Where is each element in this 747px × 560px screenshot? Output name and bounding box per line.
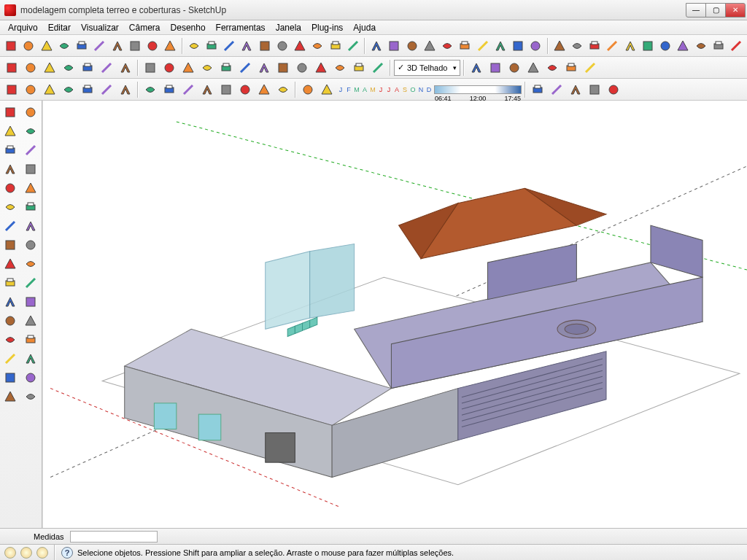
wall-corner-icon[interactable] — [422, 37, 438, 55]
mat-metal-icon[interactable] — [217, 81, 235, 98]
foundation-icon[interactable] — [675, 37, 691, 55]
menu-visualizar[interactable]: Visualizar — [76, 23, 124, 33]
window-icon[interactable] — [457, 37, 473, 55]
tape-icon[interactable] — [1, 255, 19, 273]
solid-intersect-icon[interactable] — [255, 59, 273, 77]
spot-icon[interactable] — [79, 81, 96, 98]
time-slider[interactable]: 06:4112:0017:45 — [434, 85, 522, 94]
circle-icon[interactable] — [56, 37, 72, 55]
hint-bulb-2-icon[interactable] — [20, 547, 32, 559]
follow-me-icon[interactable] — [221, 37, 237, 55]
disc-icon[interactable] — [60, 81, 77, 98]
texture-c-icon[interactable] — [350, 59, 368, 77]
move-icon[interactable] — [1, 198, 19, 216]
hint-bulb-1-icon[interactable] — [4, 547, 16, 559]
mat-tile-icon[interactable] — [160, 81, 178, 98]
close-button[interactable]: ✕ — [725, 3, 746, 18]
house-wire-icon[interactable] — [487, 59, 504, 77]
offset-icon[interactable] — [22, 236, 39, 254]
info-model-icon[interactable] — [468, 59, 485, 77]
minimize-button[interactable]: — — [686, 3, 706, 18]
pushpull-side-icon[interactable] — [22, 198, 39, 216]
path-icon[interactable] — [144, 37, 160, 55]
roof-edge-icon[interactable] — [640, 37, 656, 55]
rect-draw-icon[interactable] — [1, 141, 19, 159]
render-full-icon[interactable] — [318, 81, 336, 98]
pencil-icon[interactable] — [22, 122, 39, 140]
box-front-icon[interactable] — [179, 59, 197, 77]
save-view-icon[interactable] — [562, 59, 580, 77]
pencil-red-icon[interactable] — [22, 141, 39, 159]
menu-arquivo[interactable]: Arquivo — [3, 23, 43, 33]
menu-câmera[interactable]: Câmera — [124, 23, 166, 33]
polygon-icon[interactable] — [74, 37, 90, 55]
text-label-icon[interactable] — [22, 274, 39, 292]
folder-icon[interactable] — [581, 59, 599, 77]
box-outline-icon[interactable] — [160, 59, 178, 77]
menu-ferramentas[interactable]: Ferramentas — [211, 23, 271, 33]
line-draw-icon[interactable] — [1, 122, 19, 140]
rotate-3d-icon[interactable] — [257, 37, 273, 55]
protractor-icon[interactable] — [22, 255, 39, 273]
look-around-icon[interactable] — [22, 369, 39, 386]
text-3d-icon[interactable] — [22, 293, 39, 311]
star-icon[interactable] — [117, 81, 134, 98]
menu-ajuda[interactable]: Ajuda — [348, 23, 381, 33]
menu-desenho[interactable]: Desenho — [166, 23, 211, 33]
column-icon[interactable] — [569, 37, 585, 55]
rectangle-icon[interactable] — [39, 37, 55, 55]
menu-janela[interactable]: Janela — [271, 23, 306, 33]
viewport-3d[interactable] — [42, 101, 747, 528]
maximize-button[interactable]: ▢ — [705, 3, 726, 18]
texture-a-icon[interactable] — [312, 59, 330, 77]
box-solid-icon[interactable] — [142, 59, 159, 77]
stair-icon[interactable] — [551, 37, 568, 55]
style-dropdown[interactable]: ✓3D Telhado — [394, 60, 460, 76]
axes-icon[interactable] — [1, 274, 19, 292]
mat-conc-icon[interactable] — [274, 81, 292, 98]
component-icon[interactable] — [22, 59, 39, 77]
line-tool-icon[interactable] — [3, 37, 19, 55]
pie-icon[interactable] — [109, 37, 125, 55]
panel-icon[interactable] — [510, 37, 526, 55]
dim-path-icon[interactable] — [345, 37, 361, 55]
hatch-icon[interactable] — [711, 37, 727, 55]
geo-locate-icon[interactable] — [98, 59, 115, 77]
month-slider[interactable]: JFMAMJJASOND — [337, 86, 433, 93]
position-cam-icon[interactable] — [1, 369, 19, 386]
model-canvas[interactable] — [43, 101, 747, 528]
beam-icon[interactable] — [587, 37, 603, 55]
orbit-icon[interactable] — [1, 312, 19, 330]
pan-icon[interactable] — [22, 312, 39, 330]
roof-surface-icon[interactable] — [622, 37, 638, 55]
pattern-icon[interactable] — [728, 37, 744, 55]
slab-icon[interactable] — [657, 37, 673, 55]
dim-edge-icon[interactable] — [328, 37, 344, 55]
profile-icon[interactable] — [492, 37, 508, 55]
roof-icon[interactable] — [604, 37, 620, 55]
mat-wood-icon[interactable] — [142, 81, 159, 98]
scale-3d-icon[interactable] — [274, 37, 290, 55]
dimension-icon[interactable] — [1, 293, 19, 311]
texture-d-icon[interactable] — [369, 59, 387, 77]
solid-trim-icon[interactable] — [274, 59, 292, 77]
wall-split-icon[interactable] — [404, 37, 420, 55]
solid-union-icon[interactable] — [217, 59, 235, 77]
explode-icon[interactable] — [60, 59, 77, 77]
circle-draw-icon[interactable] — [1, 160, 19, 178]
mat-grass-icon[interactable] — [198, 81, 216, 98]
eraser-icon[interactable] — [22, 104, 39, 121]
hint-bulb-3-icon[interactable] — [36, 547, 48, 559]
freehand-icon[interactable] — [20, 37, 36, 55]
zoom-icon[interactable] — [1, 331, 19, 349]
measurements-input[interactable] — [70, 531, 158, 542]
dim-line-icon[interactable] — [292, 37, 308, 55]
box-shadow-icon[interactable] — [198, 59, 216, 77]
pushpull-icon[interactable] — [204, 37, 220, 55]
offset-path-icon[interactable] — [186, 37, 202, 55]
rect-rot-icon[interactable] — [162, 37, 178, 55]
prev-view-icon[interactable] — [1, 350, 19, 368]
wall-icon[interactable] — [368, 37, 384, 55]
opening-icon[interactable] — [475, 37, 491, 55]
sun-icon[interactable] — [98, 81, 115, 98]
